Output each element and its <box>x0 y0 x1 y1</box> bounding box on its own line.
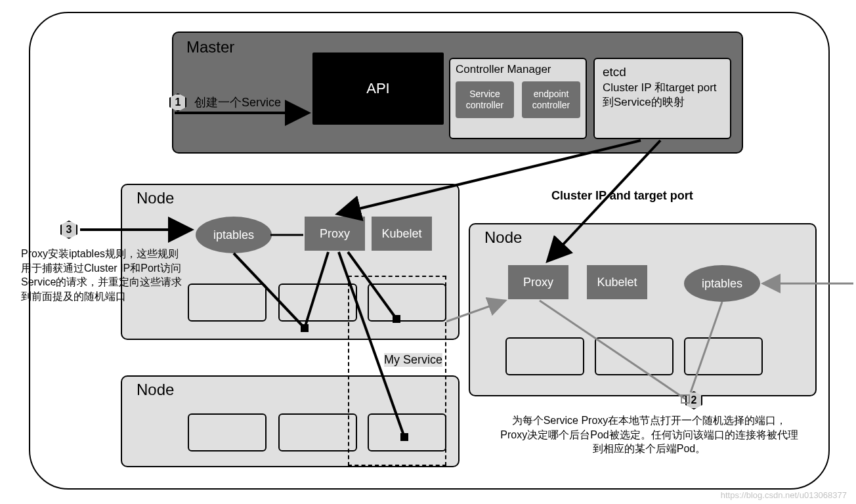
cluster-ip-target-port-label: Cluster IP and target port <box>551 189 693 203</box>
proxy-box: Proxy <box>508 265 568 299</box>
my-service-group: My Service <box>348 276 446 466</box>
etcd-desc: Cluster IP 和target port 到Service的映射 <box>603 81 722 110</box>
node-title: Node <box>137 381 174 399</box>
api-box: API <box>312 52 444 125</box>
etcd-title: etcd <box>603 64 722 81</box>
iptables-ellipse: iptables <box>684 265 760 302</box>
pod-group <box>188 413 267 452</box>
iptables-ellipse: iptables <box>196 217 272 253</box>
node-title: Node <box>137 189 174 207</box>
master-title: Master <box>186 38 234 56</box>
pod-group <box>505 337 584 375</box>
kubelet-box: Kubelet <box>587 265 647 299</box>
pod-group <box>278 413 357 452</box>
master-box: Master API Controller Manager Service co… <box>172 32 743 154</box>
etcd-box: etcd Cluster IP 和target port 到Service的映射 <box>593 58 731 139</box>
endpoint-controller: endpoint controller <box>522 81 580 118</box>
service-controller: Service controller <box>456 81 514 118</box>
node-box-2: Node Proxy Kubelet iptables <box>469 223 817 396</box>
pod-group <box>278 284 357 322</box>
controller-manager-title: Controller Manager <box>456 63 580 76</box>
controller-manager-box: Controller Manager Service controller en… <box>449 58 587 139</box>
my-service-label: My Service <box>384 353 442 367</box>
pod-group <box>595 337 674 375</box>
watermark: https://blog.csdn.net/u013068377 <box>721 490 847 500</box>
step2-text: 为每个Service Proxy在本地节点打开一个随机选择的端口，Proxy决定… <box>500 413 798 456</box>
proxy-box: Proxy <box>305 217 365 251</box>
node-title: Node <box>484 228 522 247</box>
step1-text: 创建一个Service <box>194 94 281 110</box>
step3-text: Proxy安装iptables规则，这些规则用于捕获通过Cluster IP和P… <box>21 247 182 303</box>
pod-group <box>188 284 267 322</box>
kubelet-box: Kubelet <box>372 217 432 251</box>
pod-group <box>684 337 763 375</box>
